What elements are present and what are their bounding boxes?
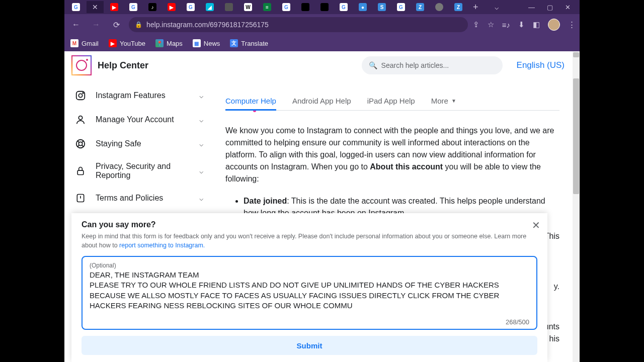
minimize-button[interactable]: — [528,4,535,11]
char-counter: 268/500 [90,318,529,326]
tab-more[interactable]: More▼ [431,92,456,110]
alert-icon [74,192,87,204]
chevron-down-icon: ⌵ [199,92,203,100]
feedback-panel: ✕ Can you say more? Keep in mind that th… [71,213,547,362]
tab-active[interactable]: ✕ [87,1,104,13]
sidebar-item-features[interactable]: Instagram Features ⌵ [64,83,213,108]
bookmark-gmail[interactable]: MGmail [70,39,99,47]
tab[interactable] [297,1,314,13]
page-content: Help Center 🔍 Search help articles... En… [64,51,580,362]
feedback-hint: Keep in mind that this form is for feedb… [82,232,537,250]
tab[interactable]: W [239,1,257,13]
tab[interactable]: S [373,1,390,13]
bookmark-maps[interactable]: 📍Maps [155,39,183,47]
bookmarks-bar: MGmail ▶YouTube 📍Maps ▦News 文Translate [64,35,580,51]
tab-ipad[interactable]: iPad App Help [367,92,415,110]
lifebuoy-icon [74,138,87,150]
submit-button[interactable]: Submit [82,336,537,355]
tab-computer[interactable]: Computer Help [225,92,276,110]
search-placeholder: Search help articles... [381,61,449,69]
tab[interactable]: G [392,1,410,13]
page-title: Help Center [98,60,148,71]
download-icon[interactable]: ⬇ [518,20,525,29]
tab[interactable]: ♪ [144,1,161,13]
feedback-textarea[interactable] [90,270,529,315]
sidebar-item-account[interactable]: Manage Your Account ⌵ [64,108,213,132]
tab[interactable]: ◢ [201,1,218,13]
lock-icon [74,165,87,177]
page-header: Help Center 🔍 Search help articles... En… [64,51,580,79]
url-input[interactable]: 🔒 help.instagram.com/697961817256175 [129,17,468,32]
feedback-title: Can you say more? [82,220,537,229]
tab[interactable]: G [182,1,199,13]
sidepanel-icon[interactable]: ◧ [533,20,540,29]
tab[interactable]: Z [450,1,467,13]
svg-point-5 [78,142,82,145]
chevron-down-icon: ⌵ [199,194,203,202]
new-tab-button[interactable]: + [469,2,482,13]
language-selector[interactable]: English (US) [517,60,565,70]
bookmark-news[interactable]: ▦News [193,39,220,47]
sidebar-item-privacy[interactable]: Privacy, Security and Reporting ⌵ [64,156,213,186]
instagram-logo-icon[interactable] [71,55,92,75]
reload-button[interactable]: ⟳ [109,17,124,32]
close-window-button[interactable]: ✕ [565,4,571,11]
tab[interactable]: ≡ [259,1,276,13]
browser-tabbar: G ✕ ▶ G ♪ ▶ G ◢ W ≡ G G ● S G Z Z + ⌵ — … [64,0,580,14]
search-icon: 🔍 [369,61,377,69]
svg-point-2 [83,93,84,94]
svg-point-1 [78,94,82,97]
tab[interactable] [220,1,237,13]
camera-icon [74,89,87,102]
sidebar-item-terms[interactable]: Terms and Policies ⌵ [64,186,213,210]
person-icon [74,114,87,126]
tab[interactable]: ▶ [163,1,180,13]
maximize-button[interactable]: ▢ [547,4,553,11]
playlist-icon[interactable]: ≡♪ [502,21,510,29]
tab[interactable]: G [335,1,352,13]
tab[interactable]: ● [354,1,371,13]
bookmark-translate[interactable]: 文Translate [230,39,268,47]
svg-point-3 [78,116,82,120]
url-text: help.instagram.com/697961817256175 [146,21,269,29]
tab[interactable]: G [278,1,295,13]
back-button[interactable]: ← [68,17,84,32]
caret-down-icon: ▼ [451,98,456,104]
sidebar-item-safe[interactable]: Staying Safe ⌵ [64,132,213,156]
menu-icon[interactable]: ⋮ [568,20,576,29]
tab[interactable]: G [125,1,142,13]
star-icon[interactable]: ☆ [488,20,494,29]
report-link[interactable]: report something to Instagram. [119,242,205,249]
profile-avatar[interactable] [548,19,560,31]
lock-icon: 🔒 [135,21,142,28]
address-bar: ← → ⟳ 🔒 help.instagram.com/6979618172561… [64,14,580,35]
svg-rect-6 [77,170,84,174]
platform-tabs: Computer Help Android App Help iPad App … [225,92,559,111]
article-intro: We know you come to Instagram to connect… [225,125,559,185]
tab[interactable] [316,1,333,13]
tab-android[interactable]: Android App Help [292,92,351,110]
chevron-down-icon: ⌵ [199,140,203,148]
feedback-textarea-wrap[interactable]: (Optional) 268/500 [82,256,537,330]
tab[interactable]: G [67,1,85,13]
bookmark-youtube[interactable]: ▶YouTube [109,39,145,47]
share-icon[interactable]: ⇪ [473,20,479,29]
optional-label: (Optional) [90,262,529,269]
chevron-down-icon: ⌵ [199,116,203,124]
tab[interactable]: ▶ [106,1,123,13]
forward-button: → [89,17,104,32]
tab[interactable]: Z [412,1,429,13]
chevron-down-icon: ⌵ [199,167,203,175]
close-icon[interactable]: ✕ [532,219,540,231]
tab-overflow[interactable]: ⌵ [485,3,509,11]
tab[interactable] [431,1,448,13]
search-input[interactable]: 🔍 Search help articles... [362,56,503,74]
